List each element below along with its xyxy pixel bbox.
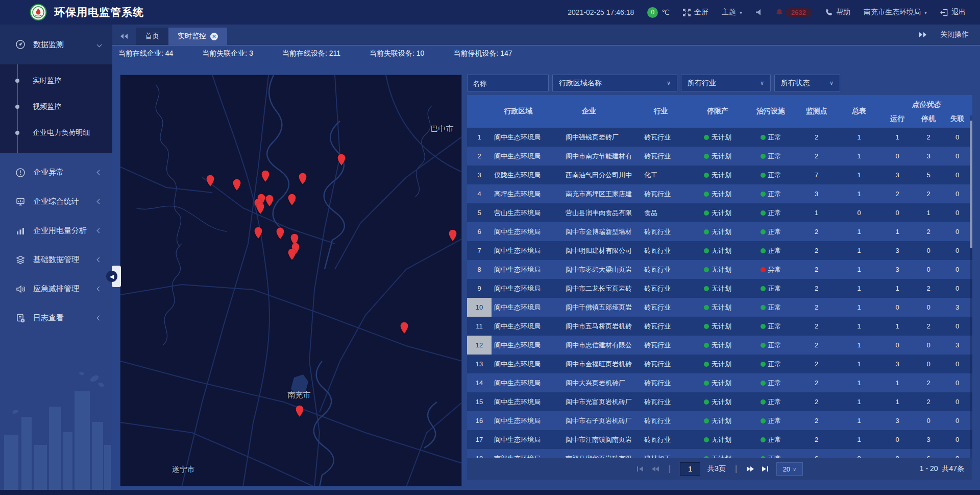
sidebar-item-log-view[interactable]: 日志查看 [0, 303, 112, 333]
table-row[interactable]: 6阆中生态环境局阆中市金博瑞新型墙材砖瓦行业无计划正常21120 [467, 222, 972, 241]
notifications-button[interactable]: 2632 [775, 8, 812, 17]
row-company: 阆中强锐页岩砖厂 [545, 133, 633, 142]
row-disconnected: 0 [942, 190, 972, 198]
help-button[interactable]: 帮助 [825, 8, 850, 17]
row-company: 阆中市石子页岩机砖厂 [545, 416, 633, 426]
table-scrollbar-thumb[interactable] [970, 121, 972, 248]
map-city-label: 南充市 [288, 390, 311, 399]
prev-page-button[interactable] [651, 466, 659, 472]
row-running: 1 [880, 398, 915, 406]
row-pollution-facility: 正常 [747, 246, 795, 255]
fullscreen-icon [683, 9, 691, 16]
table-row[interactable]: 17阆中生态环境局阆中市江南镇阆南页岩砖瓦行业无计划正常21030 [467, 430, 972, 449]
tabs-scroll-left-button[interactable] [112, 28, 136, 45]
map-pin-icon[interactable] [400, 322, 409, 334]
sidebar-item-base-data[interactable]: 基础数据管理 [0, 245, 112, 274]
row-monitor-points: 2 [795, 379, 838, 387]
sidebar-item-enterprise-statistics[interactable]: 企业综合统计 [0, 187, 112, 216]
mute-button[interactable] [755, 9, 762, 16]
map-pin-icon[interactable] [206, 175, 214, 187]
row-stopped: 2 [915, 133, 942, 141]
org-dropdown[interactable]: 南充市生态环境局 ▾ [864, 8, 927, 17]
table-row[interactable]: 9阆中生态环境局阆中市二龙长宝页岩砖砖瓦行业无计划正常21120 [467, 279, 972, 298]
sidebar-subitem-realtime-monitoring[interactable]: 实时监控 [0, 67, 112, 93]
table-row[interactable]: 10阆中生态环境局阆中千佛镇五郎垭页岩砖瓦行业无计划正常21003 [467, 298, 972, 317]
sidebar-item-enterprise-abnormal[interactable]: 企业异常 [0, 158, 112, 187]
sidebar-submenu: 实时监控 视频监控 企业电力负荷明细 [0, 64, 112, 153]
table-scrollbar[interactable] [970, 115, 972, 458]
map-pin-icon[interactable] [288, 248, 297, 261]
last-page-button[interactable] [762, 466, 769, 472]
map-pin-icon[interactable] [449, 229, 457, 242]
region-filter-select[interactable]: 行政区域名称 ∨ [552, 75, 677, 91]
map-canvas[interactable]: 巴中市南充市遂宁市 [120, 75, 462, 486]
row-disconnected: 0 [942, 171, 972, 179]
sidebar-subitem-video-monitoring[interactable]: 视频监控 [0, 93, 112, 120]
row-industry: 化工 [633, 171, 689, 180]
row-stopped: 3 [915, 152, 942, 160]
table-row[interactable]: 2阆中生态环境局阆中市南方节能建材有砖瓦行业无计划正常21030 [467, 147, 972, 166]
map-pin-icon[interactable] [233, 179, 241, 191]
row-stopped: 2 [915, 322, 942, 330]
table-row[interactable]: 4高坪生态环境局南充市高坪区王家店建砖瓦行业无计划正常31220 [467, 184, 972, 203]
col-disconnected: 失联 [942, 110, 972, 128]
close-operations-button[interactable]: 关闭操作 [940, 30, 969, 39]
table-row[interactable]: 5营山生态环境局营山县润丰肉食品有限食品无计划正常10010 [467, 203, 972, 222]
table-row[interactable]: 1阆中生态环境局阆中强锐页岩砖厂砖瓦行业无计划正常21120 [467, 128, 972, 147]
fullscreen-button[interactable]: 全屏 [683, 8, 708, 17]
sidebar-item-data-monitoring[interactable]: 数据监测 [0, 25, 112, 64]
row-pollution-facility: 正常 [747, 379, 795, 388]
map-pin-icon[interactable] [288, 194, 297, 206]
row-disconnected: 3 [942, 341, 972, 349]
map-pin-icon[interactable] [298, 173, 307, 185]
green-dot-icon [761, 362, 766, 367]
tab-bar: 首页 实时监控 ✕ 关闭操作 [112, 25, 980, 45]
close-icon[interactable]: ✕ [210, 33, 218, 40]
map-pin-icon[interactable] [276, 227, 285, 240]
table-row[interactable]: 7阆中生态环境局阆中明阳建材有限公司砖瓦行业无计划正常21300 [467, 241, 972, 260]
map-pin-icon[interactable] [254, 227, 262, 239]
tab-home[interactable]: 首页 [136, 28, 168, 45]
sidebar-item-power-analysis[interactable]: 企业用电量分析 [0, 216, 112, 245]
table-row[interactable]: 16阆中生态环境局阆中市石子页岩机砖厂砖瓦行业无计划正常21300 [467, 411, 972, 430]
table-row[interactable]: 3仪陇生态环境局西南油气田分公司川中化工无计划正常71350 [467, 166, 972, 184]
state-filter-select[interactable]: 所有状态 ∨ [774, 75, 840, 91]
page-size-select[interactable]: 20 ∨ [776, 462, 803, 476]
sidebar-subitem-power-load-detail[interactable]: 企业电力负荷明细 [0, 120, 112, 146]
table-row[interactable]: 11阆中生态环境局阆中市五马桥页岩机砖砖瓦行业无计划正常21120 [467, 317, 972, 336]
sidebar-item-emergency-reduction[interactable]: 应急减排管理 [0, 274, 112, 303]
next-page-button[interactable] [746, 466, 754, 472]
table-row[interactable]: 8阆中生态环境局阆中市枣碧大梁山页岩砖瓦行业无计划异常21300 [467, 260, 972, 279]
col-monitor-points: 监测点 [795, 95, 838, 128]
first-page-button[interactable] [636, 466, 644, 472]
col-region: 行政区域 [492, 95, 545, 128]
page-number-input[interactable] [680, 462, 700, 476]
map-pin-icon[interactable] [337, 154, 346, 166]
theme-dropdown[interactable]: 主题 ▾ [722, 8, 742, 17]
green-dot-icon [761, 229, 766, 234]
city-skyline-watermark [0, 363, 112, 491]
row-disconnected: 0 [942, 417, 972, 425]
table-row[interactable]: 18南部生态环境局南部县砌华页岩砖有限建材加工无计划正常60060 [467, 449, 972, 458]
chevron-left-icon [97, 316, 102, 321]
logout-button[interactable]: 退出 [940, 8, 966, 17]
row-monitor-points: 2 [795, 266, 838, 273]
industry-filter-select[interactable]: 所有行业 ∨ [681, 75, 771, 91]
table-row[interactable]: 15阆中生态环境局阆中市光富页岩机砖厂砖瓦行业无计划正常21120 [467, 392, 972, 411]
row-production-halt: 无计划 [689, 397, 747, 407]
tabs-scroll-right-button[interactable] [919, 32, 927, 38]
map-pin-icon[interactable] [256, 202, 264, 215]
row-company: 阆中市枣碧大梁山页岩 [545, 265, 633, 274]
map-pin-icon[interactable] [261, 170, 270, 182]
row-region: 阆中生态环境局 [492, 322, 545, 331]
row-monitor-points: 7 [795, 171, 838, 179]
table-row[interactable]: 13阆中生态环境局阆中市金福旺页岩机砖砖瓦行业无计划正常21300 [467, 355, 972, 373]
table-row[interactable]: 12阆中生态环境局阆中市忠信建材有限公砖瓦行业无计划正常21003 [467, 336, 972, 355]
chevron-down-icon [97, 42, 102, 47]
name-filter-input[interactable] [467, 75, 549, 91]
map-pin-icon[interactable] [265, 195, 274, 207]
table-row[interactable]: 14阆中生态环境局阆中大兴页岩机砖厂砖瓦行业无计划正常21120 [467, 373, 972, 392]
tab-realtime-monitoring[interactable]: 实时监控 ✕ [168, 28, 227, 45]
map-collapse-button[interactable]: ◀ [112, 266, 121, 287]
map-pin-icon[interactable] [295, 405, 304, 417]
